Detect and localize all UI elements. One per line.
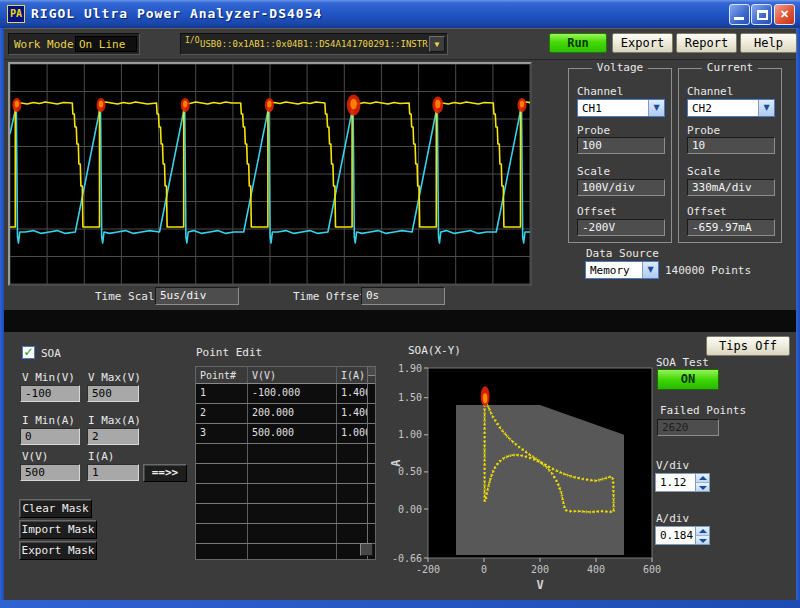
i-label: I(A) xyxy=(88,450,115,463)
soa-test-on-button[interactable]: ON xyxy=(657,369,719,390)
time-scale-field[interactable]: 5us/div xyxy=(155,287,239,305)
table-cell[interactable]: -100.000 xyxy=(248,384,337,403)
spin-up-icon[interactable] xyxy=(696,527,709,535)
minimize-icon xyxy=(734,17,744,20)
voltage-offset-field[interactable]: -200V xyxy=(577,219,665,236)
table-cell[interactable] xyxy=(248,464,337,483)
table-row-empty[interactable] xyxy=(196,524,375,544)
export-button[interactable]: Export xyxy=(612,33,673,53)
toolbar: Work Mode On Line I/O USB0::0x1AB1::0x04… xyxy=(4,28,796,60)
current-probe-field[interactable]: 10 xyxy=(687,137,775,154)
table-cell[interactable] xyxy=(248,544,337,560)
col-header-v[interactable]: V(V) xyxy=(248,367,337,383)
soa-checkbox[interactable]: ✓ xyxy=(22,346,35,359)
table-cell[interactable]: 2 xyxy=(196,404,248,423)
voltage-offset-label: Offset xyxy=(577,205,617,218)
svg-text:600: 600 xyxy=(643,564,661,575)
table-cell[interactable]: 1.400 xyxy=(337,404,368,423)
panel-separator xyxy=(4,310,796,332)
table-cell[interactable] xyxy=(337,504,368,523)
table-cell[interactable] xyxy=(248,444,337,463)
svg-text:V: V xyxy=(536,578,543,592)
table-cell[interactable] xyxy=(196,484,248,503)
table-cell[interactable] xyxy=(196,444,248,463)
tips-off-button[interactable]: Tips Off xyxy=(706,336,790,356)
table-cell[interactable]: 500.000 xyxy=(248,424,337,443)
table-cell[interactable] xyxy=(196,524,248,543)
table-cell[interactable]: 3 xyxy=(196,424,248,443)
table-cell[interactable] xyxy=(337,444,368,463)
table-cell[interactable]: 1.400 xyxy=(337,384,368,403)
table-resize-grip[interactable] xyxy=(360,543,373,556)
table-row[interactable]: 1-100.0001.400 xyxy=(196,384,375,404)
table-row-empty[interactable] xyxy=(196,484,375,504)
table-row-empty[interactable] xyxy=(196,544,375,560)
chevron-down-icon[interactable]: ▼ xyxy=(642,262,658,278)
i-min-field[interactable]: 0 xyxy=(20,428,80,445)
table-cell[interactable] xyxy=(196,544,248,560)
current-scale-field[interactable]: 330mA/div xyxy=(687,179,775,196)
table-cell[interactable] xyxy=(196,464,248,483)
help-button[interactable]: Help xyxy=(740,33,797,53)
i-field[interactable]: 1 xyxy=(87,464,139,481)
a-div-spinner[interactable]: 0.184 xyxy=(655,526,710,545)
v-min-field[interactable]: -100 xyxy=(20,385,80,402)
close-button[interactable]: ✕ xyxy=(774,4,795,25)
table-cell[interactable] xyxy=(248,504,337,523)
table-cell[interactable] xyxy=(337,464,368,483)
v-max-field[interactable]: 500 xyxy=(87,385,139,402)
table-cell[interactable] xyxy=(337,524,368,543)
time-scale-label: Time Scale xyxy=(95,290,161,303)
table-cell[interactable] xyxy=(337,484,368,503)
table-cell[interactable]: 1.000 xyxy=(337,424,368,443)
usb-resource-string: USB0::0x1AB1::0x04B1::DS4A141700291::INS… xyxy=(200,39,428,49)
maximize-button[interactable] xyxy=(751,4,772,25)
data-source-combo[interactable]: Memory ▼ xyxy=(585,261,659,279)
table-cell[interactable]: 200.000 xyxy=(248,404,337,423)
svg-text:1.00: 1.00 xyxy=(398,429,422,440)
voltage-channel-label: Channel xyxy=(577,85,623,98)
col-header-i[interactable]: I(A) xyxy=(337,367,368,383)
table-row-empty[interactable] xyxy=(196,444,375,464)
voltage-scale-field[interactable]: 100V/div xyxy=(577,179,665,196)
current-offset-field[interactable]: -659.97mA xyxy=(687,219,775,236)
minimize-button[interactable] xyxy=(729,4,750,25)
import-mask-button[interactable]: Import Mask xyxy=(19,520,97,539)
table-cell[interactable] xyxy=(248,524,337,543)
table-row-empty[interactable] xyxy=(196,464,375,484)
table-row[interactable]: 3500.0001.000 xyxy=(196,424,375,444)
table-scrollbar[interactable] xyxy=(367,367,375,559)
table-row[interactable]: 2200.0001.400 xyxy=(196,404,375,424)
i-max-field[interactable]: 2 xyxy=(87,428,139,445)
v-div-spinner[interactable]: 1.12 xyxy=(655,473,710,492)
spin-down-icon[interactable] xyxy=(696,535,709,544)
window-title: RIGOL Ultra Power Analyzer-DS4054 xyxy=(31,6,322,21)
report-button[interactable]: Report xyxy=(676,33,737,53)
chevron-down-icon[interactable]: ▼ xyxy=(758,100,774,116)
spin-down-icon[interactable] xyxy=(696,482,709,491)
table-row-empty[interactable] xyxy=(196,504,375,524)
v-field[interactable]: 500 xyxy=(20,464,80,481)
visa-io-icon: I/O xyxy=(185,38,197,44)
title-bar: PA RIGOL Ultra Power Analyzer-DS4054 ✕ xyxy=(0,0,800,28)
voltage-channel-combo[interactable]: CH1 ▼ xyxy=(577,99,665,117)
current-group: Current Channel CH2 ▼ Probe 10 Scale 330… xyxy=(678,68,782,243)
svg-text:0.50: 0.50 xyxy=(398,466,422,477)
table-cell[interactable] xyxy=(248,484,337,503)
v-max-label: V Max(V) xyxy=(88,371,141,384)
chevron-down-icon[interactable]: ▼ xyxy=(648,100,664,116)
voltage-probe-field[interactable]: 100 xyxy=(577,137,665,154)
run-button[interactable]: Run xyxy=(549,33,607,53)
current-channel-combo[interactable]: CH2 ▼ xyxy=(687,99,775,117)
apply-point-button[interactable]: ==>> xyxy=(143,464,187,482)
export-mask-button[interactable]: Export Mask xyxy=(19,541,97,560)
current-scale-label: Scale xyxy=(687,165,720,178)
table-cell[interactable] xyxy=(196,504,248,523)
usb-dropdown-button[interactable]: ▼ xyxy=(429,36,445,52)
point-edit-body: 1-100.0001.4002200.0001.4003500.0001.000 xyxy=(196,384,375,560)
clear-mask-button[interactable]: Clear Mask xyxy=(19,499,92,518)
time-offset-field[interactable]: 0s xyxy=(361,287,445,305)
col-header-point[interactable]: Point# xyxy=(196,367,248,383)
spin-up-icon[interactable] xyxy=(696,474,709,482)
table-cell[interactable]: 1 xyxy=(196,384,248,403)
